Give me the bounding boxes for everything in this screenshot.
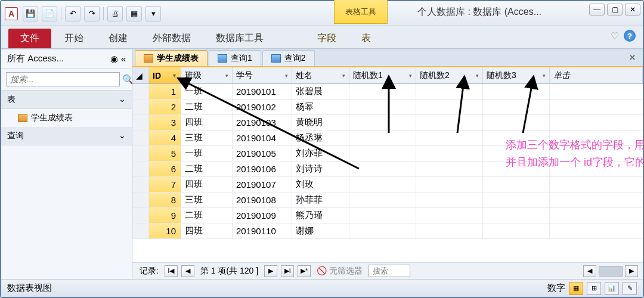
chevron-down-icon[interactable]: ▾ xyxy=(476,73,479,79)
chevron-down-icon[interactable]: ▾ xyxy=(409,73,412,79)
cell-sid[interactable]: 20190106 xyxy=(233,162,292,176)
cell-name[interactable]: 谢娜 xyxy=(292,224,349,238)
grid-body[interactable]: 1一班20190101张碧晨2二班20190102杨幂3四班20190103黄晓… xyxy=(132,84,643,262)
cell-class[interactable]: 二班 xyxy=(181,208,233,223)
cell-rnd2[interactable] xyxy=(416,84,483,99)
cell-rnd1[interactable] xyxy=(349,208,416,223)
print-button[interactable]: 🖨 xyxy=(107,6,123,21)
cell-rnd3[interactable] xyxy=(483,162,550,176)
column-header-name[interactable]: 姓名▾ xyxy=(292,67,349,83)
cell-rnd3[interactable] xyxy=(483,177,550,192)
cell-rnd3[interactable] xyxy=(483,193,550,207)
column-header-rnd1[interactable]: 随机数1▾ xyxy=(349,67,416,83)
favorite-icon[interactable]: ♡ xyxy=(611,30,619,42)
column-header-id[interactable]: ID▼ xyxy=(149,67,181,83)
ribbon-tab-fields[interactable]: 字段 xyxy=(305,29,348,48)
nav-header[interactable]: 所有 Access... ◉ « xyxy=(1,49,132,69)
cell-id[interactable]: 4 xyxy=(149,131,181,145)
row-selector[interactable] xyxy=(132,208,149,223)
cell-id[interactable]: 8 xyxy=(149,193,181,207)
cell-id[interactable]: 6 xyxy=(149,162,181,176)
row-selector[interactable] xyxy=(132,146,149,161)
recordnav-prev[interactable]: ◀ xyxy=(181,265,194,277)
table-row[interactable]: 5一班20190105刘亦菲 xyxy=(132,146,643,162)
cell-id[interactable]: 10 xyxy=(149,224,181,238)
table-row[interactable]: 4三班20190104杨丞琳 xyxy=(132,131,643,146)
select-all-cell[interactable]: ◢ xyxy=(132,67,149,83)
undo-button[interactable]: ↶ xyxy=(65,6,80,21)
cell-rnd1[interactable] xyxy=(349,162,416,176)
view-design-button[interactable]: ✎ xyxy=(623,282,637,295)
row-selector[interactable] xyxy=(132,100,149,114)
nav-item-table[interactable]: 学生成绩表 xyxy=(1,109,132,127)
column-header-rnd3[interactable]: 随机数3▾ xyxy=(483,67,550,83)
restore-button[interactable]: ▢ xyxy=(607,4,623,15)
doc-tab-active[interactable]: 学生成绩表 xyxy=(135,50,208,66)
table-row[interactable]: 2二班20190102杨幂 xyxy=(132,100,643,115)
horizontal-scrollbar[interactable]: ◀ ▶ xyxy=(583,265,638,277)
cell-rnd1[interactable] xyxy=(349,193,416,207)
cell-rnd2[interactable] xyxy=(416,224,483,238)
qat-more-button[interactable]: ▾ xyxy=(145,6,161,21)
cell-class[interactable]: 二班 xyxy=(181,100,233,114)
chevron-down-icon[interactable]: ▾ xyxy=(543,73,546,79)
cell-name[interactable]: 张碧晨 xyxy=(292,84,349,99)
column-header-sid[interactable]: 学号▾ xyxy=(233,67,292,83)
minimize-button[interactable]: — xyxy=(589,4,605,15)
cell-name[interactable]: 黄晓明 xyxy=(292,115,349,130)
cell-id[interactable]: 9 xyxy=(149,208,181,223)
cell-name[interactable]: 刘亦菲 xyxy=(292,146,349,161)
cell-rnd1[interactable] xyxy=(349,146,416,161)
cell-name[interactable]: 熊乃瑾 xyxy=(292,208,349,223)
cell-id[interactable]: 7 xyxy=(149,177,181,192)
cell-rnd2[interactable] xyxy=(416,131,483,145)
close-button[interactable]: ✕ xyxy=(625,4,640,15)
form-button[interactable]: ▦ xyxy=(126,6,142,21)
ribbon-tab-external[interactable]: 外部数据 xyxy=(141,29,203,48)
table-row[interactable]: 8三班20190108孙菲菲 xyxy=(132,193,643,208)
cell-class[interactable]: 二班 xyxy=(181,162,233,176)
redo-button[interactable]: ↷ xyxy=(84,6,100,21)
cell-rnd2[interactable] xyxy=(416,146,483,161)
table-row[interactable]: 3四班20190103黄晓明 xyxy=(132,115,643,131)
view-pivot-button[interactable]: ⊞ xyxy=(587,282,601,295)
ribbon-tab-create[interactable]: 创建 xyxy=(97,29,140,48)
cell-rnd2[interactable] xyxy=(416,177,483,192)
cell-rnd3[interactable] xyxy=(483,146,550,161)
save-button[interactable]: 💾 xyxy=(23,6,38,21)
column-header-class[interactable]: 班级▾ xyxy=(181,67,233,83)
view-datasheet-button[interactable]: ▦ xyxy=(569,282,583,295)
table-row[interactable]: 10四班20190110谢娜 xyxy=(132,224,643,239)
cell-class[interactable]: 四班 xyxy=(181,177,233,192)
nav-dropdown-icon[interactable]: ◉ « xyxy=(110,54,126,64)
row-selector[interactable] xyxy=(132,115,149,130)
cell-rnd1[interactable] xyxy=(349,177,416,192)
chevron-down-icon[interactable]: ▾ xyxy=(342,73,345,79)
cell-name[interactable]: 杨丞琳 xyxy=(292,131,349,145)
cell-name[interactable]: 孙菲菲 xyxy=(292,193,349,207)
view-chart-button[interactable]: 📊 xyxy=(605,282,619,295)
cell-sid[interactable]: 20190101 xyxy=(233,84,292,99)
cell-rnd2[interactable] xyxy=(416,115,483,130)
cell-name[interactable]: 刘玫 xyxy=(292,177,349,192)
recordnav-new[interactable]: ▶* xyxy=(298,265,311,277)
doc-tab-query1[interactable]: 查询1 xyxy=(209,50,261,66)
nav-group-queries[interactable]: 查询 ⌄ xyxy=(1,127,132,145)
row-selector[interactable] xyxy=(132,177,149,192)
recordnav-first[interactable]: I◀ xyxy=(165,265,178,277)
cell-rnd2[interactable] xyxy=(416,162,483,176)
cell-sid[interactable]: 20190103 xyxy=(233,115,292,130)
nav-search-input[interactable] xyxy=(6,72,120,86)
row-selector[interactable] xyxy=(132,193,149,207)
scroll-left-button[interactable]: ◀ xyxy=(583,265,596,277)
cell-sid[interactable]: 20190107 xyxy=(233,177,292,192)
doc-close-button[interactable]: ✕ xyxy=(626,52,639,63)
cell-sid[interactable]: 20190108 xyxy=(233,193,292,207)
cell-rnd3[interactable] xyxy=(483,131,550,145)
column-header-rnd2[interactable]: 随机数2▾ xyxy=(416,67,483,83)
cell-sid[interactable]: 20190110 xyxy=(233,224,292,238)
cell-sid[interactable]: 20190102 xyxy=(233,100,292,114)
cell-id[interactable]: 1 xyxy=(149,84,181,99)
recordnav-last[interactable]: ▶I xyxy=(281,265,294,277)
cell-rnd3[interactable] xyxy=(483,208,550,223)
